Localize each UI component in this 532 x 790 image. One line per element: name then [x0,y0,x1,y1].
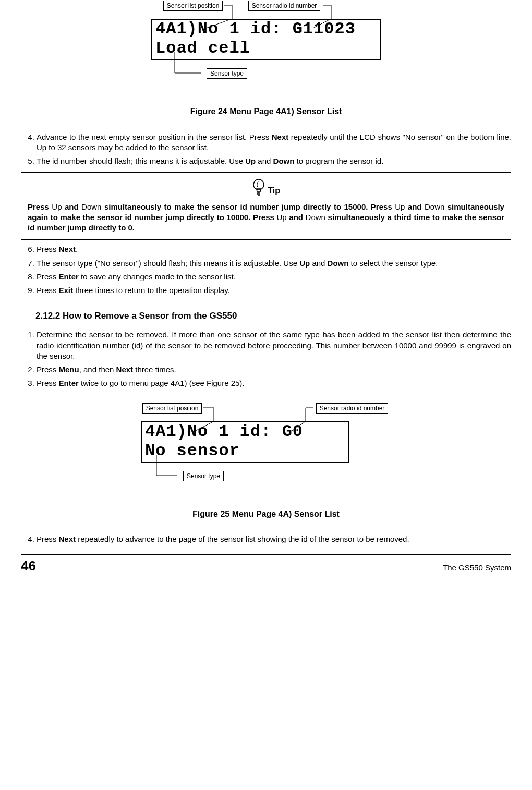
figure-24: Sensor list position Sensor radio id num… [21,0,511,117]
callout-sensor-type: Sensor type [183,471,224,481]
callout-sensor-radio-id: Sensor radio id number [316,403,389,414]
lightbulb-icon [252,178,265,197]
lcd-line-2: Load cell [155,39,377,58]
steps-4-5: Advance to the next empty sensor positio… [21,132,511,167]
step-c1: Determine the sensor to be removed. If m… [37,330,511,361]
step-7: The sensor type ("No sensor") should fla… [37,258,511,269]
tip-label: Tip [268,186,280,195]
subsection-heading: 2.12.2 How to Remove a Sensor from the G… [35,310,511,322]
callout-sensor-type: Sensor type [207,68,247,79]
step-c3: Press Enter twice to go to menu page 4A1… [37,378,511,388]
step-4: Advance to the next empty sensor positio… [37,132,511,153]
lcd-line-2: No sensor [145,441,345,460]
tip-header: Tip [28,178,504,197]
lcd-line-1: 4A1)No 1 id: G11023 [155,20,377,39]
lcd-display: 4A1)No 1 id: G11023 Load cell [151,19,381,60]
step-8: Press Enter to save any changes made to … [37,272,511,282]
step-9: Press Exit three times to return to the … [37,285,511,296]
callout-sensor-list-position: Sensor list position [142,403,202,414]
step-d4: Press Next repeatedly to advance to the … [37,534,511,544]
callout-sensor-radio-id: Sensor radio id number [248,1,321,11]
tip-body: Press Up and Down simultaneously to make… [28,202,504,234]
lcd-line-1: 4A1)No 1 id: G0 [145,422,345,442]
tip-box: Tip Press Up and Down simultaneously to … [21,172,511,240]
system-name: The GS550 System [443,563,511,573]
step-5: The id number should flash; this means i… [37,156,511,166]
page-footer: 46 The GS550 System [21,554,511,575]
figure-25-caption: Figure 25 Menu Page 4A) Sensor List [21,508,511,520]
step-6: Press Next. [37,244,511,254]
steps-d: Press Next repeatedly to advance to the … [21,534,511,544]
page-number: 46 [21,557,36,575]
figure-25: Sensor list position Sensor radio id num… [21,403,511,520]
step-c2: Press Menu, and then Next three times. [37,364,511,375]
steps-1-3: Determine the sensor to be removed. If m… [21,330,511,388]
callout-sensor-list-position: Sensor list position [163,1,223,11]
steps-6-9: Press Next. The sensor type ("No sensor"… [21,244,511,296]
figure-24-caption: Figure 24 Menu Page 4A1) Sensor List [21,106,511,117]
lcd-display: 4A1)No 1 id: G0 No sensor [141,421,349,463]
